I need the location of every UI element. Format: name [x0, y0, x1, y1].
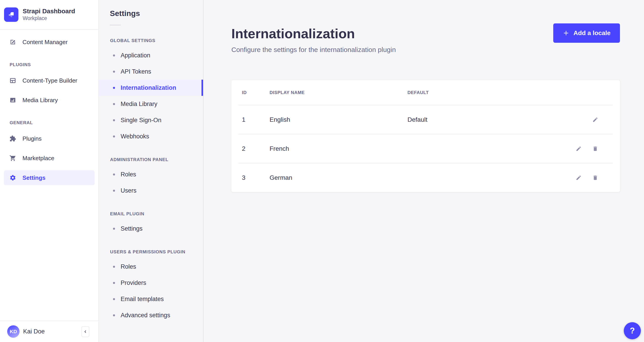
- subnav-item-internationalization[interactable]: Internationalization: [99, 80, 203, 96]
- subnav-item-advanced-settings[interactable]: Advanced settings: [99, 307, 203, 323]
- sidebar-item-media-library[interactable]: Media Library: [4, 93, 94, 108]
- pencil-icon: [576, 146, 582, 152]
- subnav-item-email-settings[interactable]: Settings: [99, 221, 203, 237]
- subnav-item-label: Application: [120, 52, 150, 59]
- collapse-sidebar-button[interactable]: [81, 326, 90, 337]
- puzzle-icon: [10, 135, 16, 142]
- settings-subnav: Settings GLOBAL SETTINGS Application API…: [99, 0, 204, 342]
- sidebar-item-label: Marketplace: [22, 155, 54, 162]
- sidebar-footer: KD Kai Doe: [0, 321, 98, 342]
- edit-locale-button[interactable]: [576, 146, 582, 152]
- subnav-title: Settings: [110, 9, 203, 18]
- workspace-title: Strapi Dashboard: [23, 8, 75, 15]
- help-button[interactable]: ?: [624, 322, 641, 339]
- cell-default: Default: [408, 116, 556, 123]
- subnav-item-application[interactable]: Application: [99, 47, 203, 63]
- subnav-item-label: Users: [120, 187, 136, 194]
- sidebar-item-content-type-builder[interactable]: Content-Type Builder: [4, 73, 94, 88]
- table-row[interactable]: 3 German: [238, 163, 613, 192]
- bullet-icon: [113, 119, 115, 121]
- subnav-item-providers[interactable]: Providers: [99, 275, 203, 291]
- bullet-icon: [113, 228, 115, 230]
- sidebar-item-label: Content-Type Builder: [22, 77, 77, 84]
- subnav-item-label: Email templates: [120, 296, 164, 303]
- cell-display-name: English: [270, 116, 408, 123]
- workspace-subtitle: Workplace: [23, 15, 75, 22]
- locales-table-card: ID DISPLAY NAME DEFAULT 1 English Defaul…: [231, 80, 620, 192]
- sidebar-item-settings[interactable]: Settings: [4, 170, 94, 185]
- cell-id: 2: [242, 145, 270, 152]
- avatar[interactable]: KD: [7, 325, 20, 338]
- subnav-section-administration-panel: ADMINISTRATION PANEL: [110, 157, 203, 162]
- sidebar-nav: Content Manager PLUGINS Content-Type Bui…: [0, 30, 98, 185]
- feather-icon: [10, 39, 16, 46]
- pencil-icon: [592, 117, 598, 123]
- subnav-item-admin-roles[interactable]: Roles: [99, 166, 203, 183]
- subnav-item-label: API Tokens: [120, 68, 151, 75]
- subnav-item-label: Roles: [120, 263, 136, 270]
- bullet-icon: [113, 282, 115, 284]
- user-name: Kai Doe: [23, 328, 81, 335]
- cart-icon: [10, 155, 16, 161]
- bullet-icon: [113, 71, 115, 73]
- pencil-icon: [576, 175, 582, 181]
- sidebar-item-marketplace[interactable]: Marketplace: [4, 151, 94, 165]
- subnav-item-label: Advanced settings: [120, 312, 170, 319]
- main-content: Internationalization Configure the setti…: [204, 0, 644, 342]
- subnav-section-email-plugin: EMAIL PLUGIN: [110, 211, 203, 217]
- subnav-divider: [110, 25, 121, 26]
- table-header-row: ID DISPLAY NAME DEFAULT: [238, 80, 613, 105]
- cell-id: 1: [242, 116, 270, 123]
- sidebar-item-label: Content Manager: [22, 39, 68, 46]
- subnav-item-api-tokens[interactable]: API Tokens: [99, 63, 203, 80]
- sidebar-item-label: Media Library: [22, 97, 58, 104]
- column-header-default: DEFAULT: [408, 90, 556, 95]
- layout-icon: [10, 77, 16, 84]
- cell-id: 3: [242, 174, 270, 181]
- cell-display-name: French: [270, 145, 408, 152]
- sidebar-item-plugins[interactable]: Plugins: [4, 131, 94, 146]
- edit-locale-button[interactable]: [592, 117, 598, 123]
- plus-icon: [563, 30, 570, 37]
- subnav-item-label: Settings: [120, 225, 143, 232]
- main-sidebar: Strapi Dashboard Workplace Content Manag…: [0, 0, 99, 342]
- bullet-icon: [113, 103, 115, 105]
- subnav-item-up-roles[interactable]: Roles: [99, 259, 203, 275]
- page-title: Internationalization: [231, 27, 396, 41]
- table-row[interactable]: 1 English Default: [238, 105, 613, 134]
- workspace-brand[interactable]: Strapi Dashboard Workplace: [0, 0, 98, 30]
- table-row[interactable]: 2 French: [238, 134, 613, 163]
- subnav-item-single-sign-on[interactable]: Single Sign-On: [99, 112, 203, 128]
- subnav-item-media-library[interactable]: Media Library: [99, 96, 203, 112]
- sidebar-item-label: Plugins: [22, 135, 42, 142]
- column-header-display-name: DISPLAY NAME: [270, 90, 408, 95]
- picture-icon: [10, 97, 16, 103]
- subnav-item-label: Providers: [120, 279, 146, 286]
- subnav-item-label: Single Sign-On: [120, 117, 162, 124]
- bullet-icon: [113, 87, 115, 89]
- sidebar-section-plugins: PLUGINS: [10, 62, 98, 67]
- bullet-icon: [113, 174, 115, 176]
- subnav-section-global-settings: GLOBAL SETTINGS: [110, 38, 203, 43]
- bullet-icon: [113, 314, 115, 316]
- bullet-icon: [113, 190, 115, 192]
- gear-icon: [10, 174, 16, 181]
- bullet-icon: [113, 135, 115, 137]
- column-header-id: ID: [242, 90, 270, 95]
- subnav-item-admin-users[interactable]: Users: [99, 183, 203, 199]
- sidebar-section-general: GENERAL: [10, 120, 98, 125]
- page-header: Internationalization Configure the setti…: [231, 0, 620, 54]
- add-locale-button[interactable]: Add a locale: [553, 23, 620, 43]
- sidebar-item-content-manager[interactable]: Content Manager: [4, 35, 94, 50]
- subnav-item-label: Roles: [120, 171, 136, 178]
- edit-locale-button[interactable]: [576, 175, 582, 181]
- chevron-left-icon: [84, 330, 87, 333]
- cell-display-name: German: [270, 174, 408, 181]
- trash-icon: [592, 146, 598, 152]
- subnav-item-email-templates[interactable]: Email templates: [99, 291, 203, 307]
- delete-locale-button[interactable]: [592, 146, 598, 152]
- bullet-icon: [113, 54, 115, 57]
- sidebar-item-label: Settings: [22, 174, 46, 181]
- subnav-item-webhooks[interactable]: Webhooks: [99, 128, 203, 144]
- delete-locale-button[interactable]: [592, 175, 598, 181]
